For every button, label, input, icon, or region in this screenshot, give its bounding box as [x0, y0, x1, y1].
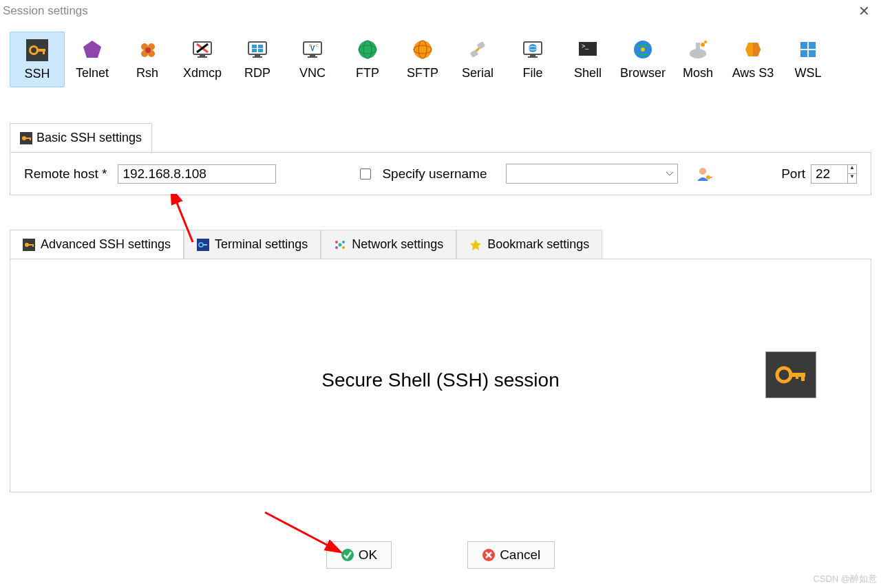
browser-icon [632, 39, 654, 61]
port-spinner[interactable]: ▲▼ [848, 164, 857, 184]
session-type-serial[interactable]: Serial [450, 32, 505, 87]
xdmcp-icon [191, 39, 213, 61]
remote-host-input[interactable] [118, 164, 276, 184]
sftp-icon [412, 39, 434, 61]
tab-network[interactable]: Network settings [321, 230, 456, 259]
session-type-browser[interactable]: Browser [615, 32, 670, 87]
session-type-file[interactable]: File [505, 32, 560, 87]
svg-rect-55 [809, 50, 816, 57]
svg-rect-47 [696, 43, 700, 51]
svg-point-71 [335, 241, 338, 243]
advanced-tabs: Advanced SSH settingsTerminal settingsNe… [10, 230, 871, 259]
cancel-label: Cancel [500, 547, 540, 563]
wsl-icon [797, 39, 819, 61]
cancel-button[interactable]: Cancel [467, 541, 555, 569]
svg-point-28 [359, 41, 376, 58]
session-types-toolbar: SSHTelnetRshXdmcpRDPVncVNCFTPSFTPSerialF… [0, 23, 881, 90]
svg-rect-54 [800, 50, 807, 57]
user-key-icon[interactable] [696, 166, 712, 182]
tab-adv-ssh[interactable]: Advanced SSH settings [10, 230, 184, 259]
session-type-ssh[interactable]: SSH [10, 32, 65, 87]
svg-rect-24 [308, 56, 317, 58]
session-type-label: FTP [356, 66, 379, 80]
svg-point-74 [342, 246, 345, 249]
ok-button[interactable]: OK [326, 541, 392, 569]
svg-point-49 [704, 41, 707, 43]
terminal-icon [197, 239, 209, 251]
check-circle-icon [341, 548, 354, 562]
svg-point-60 [699, 168, 706, 175]
svg-rect-39 [528, 56, 538, 58]
svg-point-72 [342, 241, 345, 243]
port-input[interactable] [811, 164, 848, 184]
tab-terminal[interactable]: Terminal settings [184, 230, 321, 259]
session-type-label: Xdmcp [183, 66, 222, 80]
svg-point-9 [145, 47, 151, 53]
watermark: CSDN @醉如意 [813, 573, 877, 585]
ftp-icon [357, 39, 379, 61]
serial-icon [467, 39, 489, 61]
chevron-down-icon [666, 172, 673, 176]
specify-username-checkbox[interactable] [360, 168, 371, 179]
session-type-vnc[interactable]: VncVNC [285, 32, 340, 87]
session-type-awss3[interactable]: Aws S3 [725, 32, 781, 87]
tab-basic-label: Basic SSH settings [36, 131, 142, 145]
session-type-label: Telnet [76, 66, 109, 80]
session-type-sftp[interactable]: SFTP [395, 32, 450, 87]
tab-label: Bookmark settings [487, 237, 589, 252]
svg-text:c: c [316, 43, 319, 47]
tab-label: Terminal settings [215, 237, 308, 252]
rdp-icon [246, 39, 268, 61]
svg-rect-16 [255, 54, 260, 56]
session-type-label: Rsh [136, 66, 158, 80]
svg-rect-66 [32, 244, 34, 247]
svg-point-31 [414, 41, 432, 58]
svg-line-36 [476, 48, 479, 51]
svg-point-40 [529, 44, 537, 52]
svg-rect-21 [258, 49, 263, 52]
basic-settings-panel: Remote host * Specify username Port ▲▼ [10, 152, 871, 195]
session-type-label: WSL [794, 66, 821, 80]
svg-point-45 [641, 47, 645, 52]
session-type-rsh[interactable]: Rsh [120, 32, 175, 87]
svg-rect-11 [200, 54, 205, 56]
tab-label: Network settings [352, 237, 443, 252]
bookmark-icon [469, 239, 482, 251]
svg-point-70 [339, 243, 342, 246]
file-icon [522, 39, 544, 61]
username-combobox[interactable] [506, 164, 678, 184]
session-type-rdp[interactable]: RDP [230, 32, 285, 87]
session-type-xdmcp[interactable]: Xdmcp [175, 32, 230, 87]
session-type-telnet[interactable]: Telnet [65, 32, 120, 87]
session-type-mosh[interactable]: Mosh [670, 32, 725, 87]
session-type-label: Shell [574, 66, 602, 80]
session-key-icon [766, 352, 816, 398]
svg-rect-38 [530, 54, 535, 56]
close-icon[interactable]: ✕ [853, 3, 875, 19]
tab-basic-ssh-settings[interactable]: Basic SSH settings [10, 123, 152, 152]
window-title: Session settings [3, 4, 88, 18]
svg-text:n: n [309, 43, 312, 47]
svg-point-73 [335, 246, 338, 249]
ssh-icon [26, 39, 48, 61]
telnet-icon [81, 39, 103, 61]
svg-point-48 [701, 43, 705, 47]
tab-bookmark[interactable]: Bookmark settings [456, 230, 602, 259]
svg-rect-79 [796, 373, 798, 379]
ok-label: OK [359, 547, 377, 563]
svg-rect-62 [709, 177, 712, 178]
session-type-label: Browser [620, 66, 666, 80]
svg-rect-20 [252, 49, 257, 52]
svg-marker-51 [753, 43, 761, 56]
adv-ssh-icon [23, 239, 35, 251]
session-type-shell[interactable]: >_Shell [560, 32, 615, 87]
svg-rect-17 [253, 56, 262, 58]
svg-rect-12 [198, 56, 207, 58]
session-type-wsl[interactable]: WSL [781, 32, 836, 87]
specify-username-label: Specify username [382, 166, 487, 182]
svg-point-80 [341, 549, 354, 561]
awss3-icon [742, 39, 764, 61]
svg-marker-75 [470, 239, 481, 250]
session-type-ftp[interactable]: FTP [340, 32, 395, 87]
rsh-icon [136, 39, 158, 61]
